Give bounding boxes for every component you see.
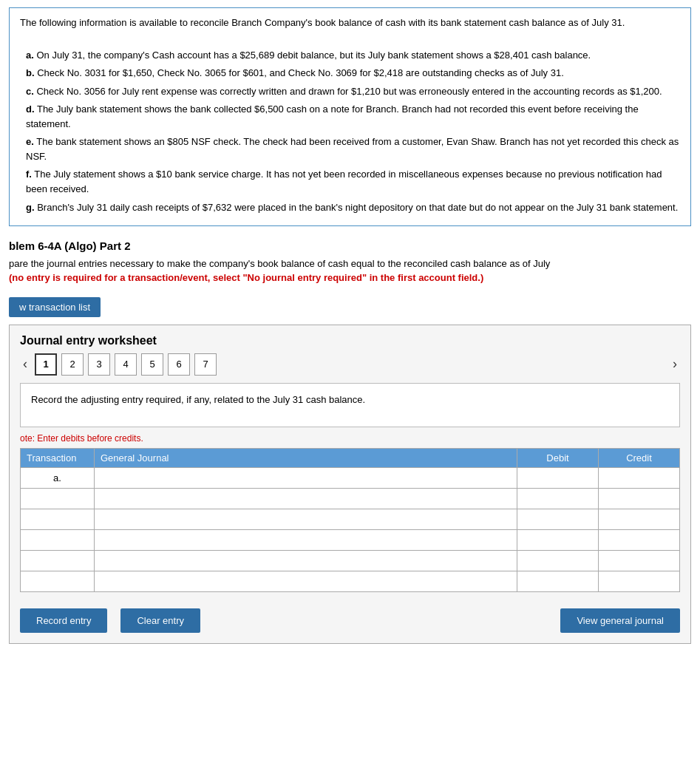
credit-cell[interactable] bbox=[599, 550, 680, 571]
transaction-cell bbox=[21, 571, 95, 591]
info-item-c: c. Check No. 3056 for July rent expense … bbox=[26, 84, 680, 99]
credit-cell[interactable] bbox=[599, 488, 680, 509]
table-wrapper: Transaction General Journal Debit Credit… bbox=[20, 448, 680, 592]
info-item-g: g. Branch's July 31 daily cash receipts … bbox=[26, 200, 680, 215]
info-box: The following information is available t… bbox=[9, 7, 691, 226]
debit-input[interactable] bbox=[517, 530, 598, 550]
transaction-cell bbox=[21, 529, 95, 550]
credit-cell[interactable] bbox=[599, 529, 680, 550]
col-header-transaction: Transaction bbox=[21, 448, 95, 467]
col-header-credit: Credit bbox=[599, 448, 680, 467]
credit-input[interactable] bbox=[599, 468, 679, 488]
debit-cell[interactable] bbox=[517, 509, 599, 529]
debit-input[interactable] bbox=[517, 489, 598, 509]
transaction-cell: a. bbox=[21, 467, 95, 488]
table-row bbox=[21, 488, 680, 509]
view-general-journal-button[interactable]: View general journal bbox=[560, 608, 680, 633]
info-item-e: e. The bank statement shows an $805 NSF … bbox=[26, 135, 680, 164]
note-text: ote: Enter debits before credits. bbox=[20, 433, 680, 447]
tab-7[interactable]: 7 bbox=[194, 353, 217, 376]
credit-cell[interactable] bbox=[599, 509, 680, 529]
general-journal-cell[interactable] bbox=[95, 467, 517, 488]
table-row bbox=[21, 509, 680, 529]
table-row bbox=[21, 571, 680, 591]
debit-cell[interactable] bbox=[517, 571, 599, 591]
col-header-debit: Debit bbox=[517, 448, 599, 467]
tab-navigation: ‹ 1 2 3 4 5 6 7 › bbox=[10, 353, 690, 383]
general-journal-cell[interactable] bbox=[95, 550, 517, 571]
credit-input[interactable] bbox=[599, 530, 679, 550]
bottom-buttons: Record entry Clear entry View general jo… bbox=[10, 601, 690, 643]
transaction-cell bbox=[21, 509, 95, 529]
transaction-cell bbox=[21, 550, 95, 571]
credit-cell[interactable] bbox=[599, 467, 680, 488]
table-row bbox=[21, 550, 680, 571]
general-journal-cell[interactable] bbox=[95, 488, 517, 509]
record-entry-button[interactable]: Record entry bbox=[20, 608, 107, 633]
debit-input[interactable] bbox=[517, 468, 598, 488]
general-journal-cell[interactable] bbox=[95, 529, 517, 550]
general-journal-input[interactable] bbox=[95, 571, 517, 591]
general-journal-input[interactable] bbox=[95, 551, 517, 571]
info-item-a: a. On July 31, the company's Cash accoun… bbox=[26, 48, 680, 63]
general-journal-input[interactable] bbox=[95, 509, 517, 529]
credit-input[interactable] bbox=[599, 509, 679, 529]
clear-entry-button[interactable]: Clear entry bbox=[120, 608, 200, 633]
journal-table: Transaction General Journal Debit Credit… bbox=[20, 448, 680, 592]
debit-cell[interactable] bbox=[517, 550, 599, 571]
credit-input[interactable] bbox=[599, 489, 679, 509]
worksheet-title: Journal entry worksheet bbox=[10, 325, 690, 353]
tab-4[interactable]: 4 bbox=[115, 353, 137, 376]
info-item-d: d. The July bank statement shows the ban… bbox=[26, 102, 680, 132]
tab-6[interactable]: 6 bbox=[168, 353, 190, 376]
instruction-box: Record the adjusting entry required, if … bbox=[20, 383, 680, 427]
debit-cell[interactable] bbox=[517, 467, 599, 488]
info-intro: The following information is available t… bbox=[20, 16, 680, 30]
chevron-right-icon[interactable]: › bbox=[670, 355, 680, 373]
general-journal-input[interactable] bbox=[95, 468, 517, 488]
chevron-left-icon[interactable]: ‹ bbox=[20, 355, 30, 373]
debit-input[interactable] bbox=[517, 551, 598, 571]
instruction-text: Record the adjusting entry required, if … bbox=[31, 394, 365, 405]
credit-input[interactable] bbox=[599, 571, 679, 591]
tab-2[interactable]: 2 bbox=[61, 353, 84, 376]
general-journal-cell[interactable] bbox=[95, 571, 517, 591]
tab-1[interactable]: 1 bbox=[35, 353, 57, 376]
col-header-journal: General Journal bbox=[95, 448, 517, 467]
credit-input[interactable] bbox=[599, 551, 679, 571]
transaction-cell bbox=[21, 488, 95, 509]
tab-3[interactable]: 3 bbox=[88, 353, 110, 376]
general-journal-input[interactable] bbox=[95, 489, 517, 509]
debit-cell[interactable] bbox=[517, 488, 599, 509]
debit-cell[interactable] bbox=[517, 529, 599, 550]
general-journal-input[interactable] bbox=[95, 530, 517, 550]
debit-input[interactable] bbox=[517, 509, 598, 529]
table-row: a. bbox=[21, 467, 680, 488]
tab-5[interactable]: 5 bbox=[141, 353, 163, 376]
problem-title: blem 6-4A (Algo) Part 2 bbox=[9, 240, 700, 252]
table-row bbox=[21, 529, 680, 550]
debit-input[interactable] bbox=[517, 571, 598, 591]
worksheet-container: Journal entry worksheet ‹ 1 2 3 4 5 6 7 … bbox=[9, 325, 691, 644]
info-item-b: b. Check No. 3031 for $1,650, Check No. … bbox=[26, 66, 680, 81]
info-item-f: f. The July statement shows a $10 bank s… bbox=[26, 167, 680, 197]
problem-description: pare the journal entries necessary to ma… bbox=[9, 257, 691, 285]
credit-cell[interactable] bbox=[599, 571, 680, 591]
problem-red-note: (no entry is required for a transaction/… bbox=[9, 272, 483, 283]
transaction-list-button[interactable]: w transaction list bbox=[9, 297, 101, 317]
general-journal-cell[interactable] bbox=[95, 509, 517, 529]
